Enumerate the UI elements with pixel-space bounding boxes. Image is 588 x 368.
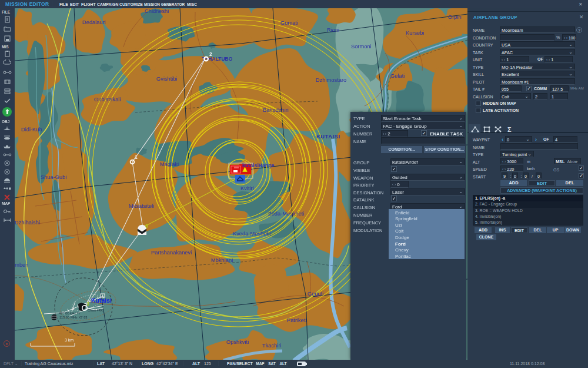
svg-text:Σ: Σ bbox=[507, 126, 512, 133]
svg-text:kutaisiRange: kutaisiRange bbox=[242, 163, 275, 168]
svg-text:Kveda-Meshebi: Kveda-Meshebi bbox=[233, 231, 271, 237]
svg-text:Patriketi: Patriketi bbox=[287, 317, 307, 323]
svg-text:Zeda-Meskheti: Zeda-Meskheti bbox=[268, 211, 305, 217]
svg-text:Chidneshi: Chidneshi bbox=[145, 8, 169, 14]
svg-text:Gumati: Gumati bbox=[280, 20, 298, 26]
svg-text:Geguti: Geguti bbox=[308, 291, 323, 297]
svg-text:Gelati: Gelati bbox=[390, 73, 405, 79]
svg-text:Banodzhiri: Banodzhiri bbox=[263, 107, 289, 113]
svg-text:Chan 44X: Chan 44X bbox=[88, 309, 103, 312]
svg-text:2: 2 bbox=[209, 51, 212, 57]
svg-text:Partshanakanevi: Partshanakanevi bbox=[151, 250, 192, 256]
svg-text:Rioni: Rioni bbox=[327, 27, 339, 33]
svg-text:Dzhimostaro: Dzhimostaro bbox=[316, 77, 346, 83]
svg-text:Mitsatsiteli: Mitsatsiteli bbox=[129, 203, 154, 209]
svg-text:Gvishtibi: Gvishtibi bbox=[156, 76, 178, 82]
svg-text:Opshkviti: Opshkviti bbox=[226, 339, 249, 345]
svg-text:Mbkhiani: Mbkhiani bbox=[211, 257, 233, 263]
svg-text:3 km: 3 km bbox=[65, 338, 74, 342]
svg-text:113.60 MHz X7 83: 113.60 MHz X7 83 bbox=[59, 316, 88, 319]
svg-text:Dedalauri: Dedalauri bbox=[82, 19, 106, 25]
svg-text:3: 3 bbox=[86, 300, 89, 307]
svg-text:omberi: omberi bbox=[15, 262, 28, 268]
svg-text:KUTAISI: KUTAISI bbox=[316, 133, 340, 140]
svg-text:1: 1 bbox=[135, 154, 138, 160]
svg-text:Gubistskali: Gubistskali bbox=[94, 97, 121, 102]
svg-text:477.00 kHz TI: 477.00 kHz TI bbox=[59, 311, 80, 315]
svg-text:0: 0 bbox=[145, 223, 148, 229]
svg-text:Maglaki: Maglaki bbox=[160, 161, 179, 167]
svg-text:Kursebi: Kursebi bbox=[406, 30, 425, 36]
svg-text:-Dzhihaishi: -Dzhihaishi bbox=[15, 220, 40, 226]
svg-text:Shua-Gubi: Shua-Gubi bbox=[41, 174, 66, 180]
svg-text:Orpiri: Orpiri bbox=[448, 14, 462, 20]
svg-text:Kvitiri: Kvitiri bbox=[240, 185, 254, 191]
svg-text:Kutaisi: Kutaisi bbox=[91, 297, 112, 304]
svg-text:Tkachiri: Tkachiri bbox=[262, 343, 282, 349]
svg-text:Sormoni: Sormoni bbox=[351, 44, 372, 49]
svg-text:Didi-Kuh: Didi-Kuh bbox=[21, 127, 42, 132]
